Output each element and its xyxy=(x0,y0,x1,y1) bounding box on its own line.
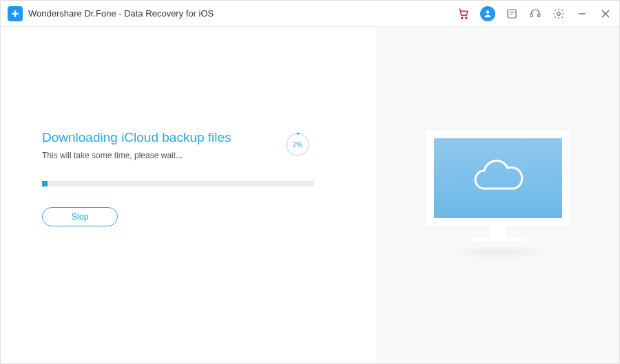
window-title: Wondershare Dr.Fone - Data Recovery for … xyxy=(28,8,214,19)
cloud-icon xyxy=(467,158,529,199)
svg-rect-5 xyxy=(508,10,516,18)
progress-percent-label: 2% xyxy=(285,131,311,158)
right-pane xyxy=(376,27,619,363)
close-button[interactable] xyxy=(599,7,612,21)
progress-ring: 2% xyxy=(285,131,311,158)
minimize-button[interactable] xyxy=(575,7,589,21)
titlebar: Wondershare Dr.Fone - Data Recovery for … xyxy=(1,1,619,27)
progress-bar xyxy=(42,181,314,186)
svg-point-8 xyxy=(557,12,561,15)
support-icon[interactable] xyxy=(528,7,542,21)
stop-button[interactable]: Stop xyxy=(42,207,118,226)
left-pane: Downloading iCloud backup files This wil… xyxy=(1,27,376,363)
feedback-icon[interactable] xyxy=(505,7,519,21)
content: Downloading iCloud backup files This wil… xyxy=(1,27,619,363)
app-logo-icon xyxy=(8,6,23,21)
svg-rect-1 xyxy=(12,12,18,14)
cart-icon[interactable] xyxy=(457,7,471,21)
progress-bar-fill xyxy=(42,181,48,186)
svg-point-3 xyxy=(466,17,467,18)
account-icon[interactable] xyxy=(480,6,495,21)
download-heading: Downloading iCloud backup files xyxy=(42,130,285,145)
svg-point-2 xyxy=(462,17,463,18)
svg-point-4 xyxy=(486,10,490,14)
download-subtext: This will take some time, please wait... xyxy=(42,151,285,160)
monitor-illustration xyxy=(426,130,570,261)
toolbar xyxy=(457,6,612,21)
svg-rect-7 xyxy=(538,14,540,17)
svg-rect-6 xyxy=(530,14,533,17)
settings-icon[interactable] xyxy=(552,7,566,21)
